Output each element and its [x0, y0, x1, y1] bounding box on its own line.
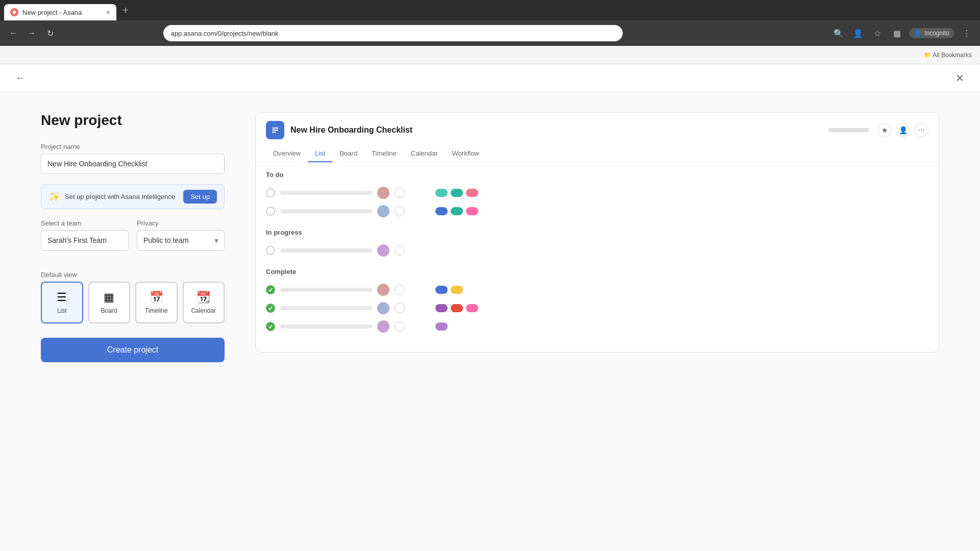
privacy-select-wrapper: Public to team Private Members only — [137, 230, 225, 251]
team-privacy-row: Select a team Privacy Public to team Pri… — [41, 219, 225, 261]
default-view-group: Default view ☰ List ▦ Board 📅 Timeline — [41, 271, 225, 323]
tag — [466, 189, 478, 197]
active-tab[interactable]: New project - Asana × — [4, 4, 116, 20]
app-close-btn[interactable]: ✕ — [951, 70, 968, 86]
preview-star-btn[interactable]: ★ — [877, 123, 892, 137]
task-clock-2 — [395, 206, 405, 216]
task-check-done-1[interactable] — [266, 285, 275, 294]
view-option-calendar[interactable]: 📆 Calendar — [183, 282, 225, 323]
task-clock-6 — [395, 321, 405, 332]
ai-text: Set up project with Asana Intelligence — [65, 193, 178, 201]
sidebar-btn[interactable]: ▦ — [890, 26, 904, 40]
section-complete: Complete — [266, 268, 928, 336]
task-check-done-3[interactable] — [266, 322, 275, 331]
list-icon: ☰ — [57, 291, 67, 304]
nav-actions: 🔍 👤 ☆ ▦ 👤 Incognito ⋮ — [831, 26, 974, 40]
team-group: Select a team — [41, 219, 129, 251]
incognito-badge: 👤 Incognito — [909, 28, 954, 38]
preview-card: New Hire Onboarding Checklist ★ 👤 ⋯ Over… — [255, 112, 939, 353]
setup-btn[interactable]: Set up — [183, 190, 217, 204]
folder-icon: 📁 — [924, 52, 932, 59]
tag — [451, 286, 463, 294]
tag — [466, 304, 478, 312]
preview-people-btn[interactable]: 👤 — [896, 123, 910, 137]
task-bar-3 — [280, 248, 372, 253]
task-tags-2 — [435, 207, 478, 215]
tab-favicon — [10, 8, 18, 16]
table-row — [266, 202, 928, 220]
avatar — [377, 187, 389, 199]
view-option-list[interactable]: ☰ List — [41, 282, 83, 323]
tab-workflow[interactable]: Workflow — [445, 145, 486, 162]
timeline-icon: 📅 — [150, 291, 163, 304]
address-bar[interactable]: app.asana.com/0/projects/new/blank — [163, 25, 623, 41]
app-top-nav: ← ✕ — [0, 64, 980, 92]
view-option-timeline[interactable]: 📅 Timeline — [135, 282, 178, 323]
incognito-person-btn[interactable]: 👤 — [851, 26, 865, 40]
project-name-group: Project name — [41, 143, 225, 174]
incognito-label: Incognito — [924, 30, 949, 37]
preview-tabs: Overview List Board Timeline Calendar Wo… — [266, 145, 928, 162]
create-project-btn[interactable]: Create project — [41, 338, 225, 362]
app-back-btn[interactable]: ← — [12, 70, 29, 86]
all-bookmarks[interactable]: 📁 All Bookmarks — [924, 52, 972, 59]
task-check-done-2[interactable] — [266, 304, 275, 313]
view-option-board[interactable]: ▦ Board — [88, 282, 131, 323]
task-check-3[interactable] — [266, 246, 275, 255]
refresh-btn[interactable]: ↻ — [43, 26, 57, 40]
task-tags-1 — [435, 189, 478, 197]
table-row — [266, 299, 928, 317]
back-btn[interactable]: ← — [6, 26, 20, 40]
more-btn[interactable]: ⋮ — [960, 26, 974, 40]
section-complete-label: Complete — [266, 268, 928, 276]
tag — [466, 207, 478, 215]
avatar — [377, 302, 389, 314]
browser-nav: ← → ↻ app.asana.com/0/projects/new/blank… — [0, 20, 980, 46]
forward-btn[interactable]: → — [24, 26, 39, 40]
task-bar-1 — [280, 191, 372, 195]
table-row — [266, 281, 928, 299]
avatar — [377, 205, 389, 217]
project-name-label: Project name — [41, 143, 225, 151]
tab-timeline[interactable]: Timeline — [364, 145, 404, 162]
task-check-1[interactable] — [266, 188, 275, 197]
ai-icon: ✨ — [48, 191, 60, 203]
tab-calendar[interactable]: Calendar — [404, 145, 445, 162]
tab-list[interactable]: List — [308, 145, 332, 162]
page-title: New project — [41, 112, 225, 129]
preview-title-row: New Hire Onboarding Checklist ★ 👤 ⋯ — [266, 121, 928, 139]
calendar-icon: 📆 — [197, 291, 210, 304]
task-tags-6 — [435, 322, 448, 331]
board-label: Board — [101, 307, 117, 314]
section-inprogress-label: In progress — [266, 229, 928, 236]
preview-more-btn[interactable]: ⋯ — [914, 123, 928, 137]
tab-board[interactable]: Board — [332, 145, 364, 162]
preview-header: New Hire Onboarding Checklist ★ 👤 ⋯ Over… — [256, 113, 939, 163]
task-bar-2 — [280, 209, 372, 213]
calendar-label: Calendar — [191, 307, 216, 314]
ai-banner: ✨ Set up project with Asana Intelligence… — [41, 184, 225, 209]
tag — [435, 304, 448, 312]
task-bar-4 — [280, 288, 372, 292]
task-check-2[interactable] — [266, 207, 275, 216]
incognito-icon: 👤 — [914, 30, 922, 37]
preview-body: To do — [256, 163, 939, 352]
tab-close-btn[interactable]: × — [106, 8, 110, 16]
table-row — [266, 317, 928, 336]
section-inprogress: In progress — [266, 229, 928, 260]
new-tab-btn[interactable]: + — [118, 3, 133, 17]
left-panel: New project Project name ✨ Set up projec… — [41, 112, 225, 531]
section-todo: To do — [266, 171, 928, 220]
tag — [435, 189, 448, 197]
main-layout: New project Project name ✨ Set up projec… — [0, 92, 980, 551]
project-icon — [266, 121, 284, 139]
star-btn[interactable]: ☆ — [870, 26, 885, 40]
team-input[interactable] — [41, 230, 129, 251]
avatar — [377, 320, 389, 333]
task-tags-4 — [435, 286, 463, 294]
tab-overview[interactable]: Overview — [266, 145, 308, 162]
task-tags-5 — [435, 304, 478, 312]
search-btn[interactable]: 🔍 — [831, 26, 846, 40]
privacy-select[interactable]: Public to team Private Members only — [137, 230, 225, 251]
project-name-input[interactable] — [41, 154, 225, 174]
